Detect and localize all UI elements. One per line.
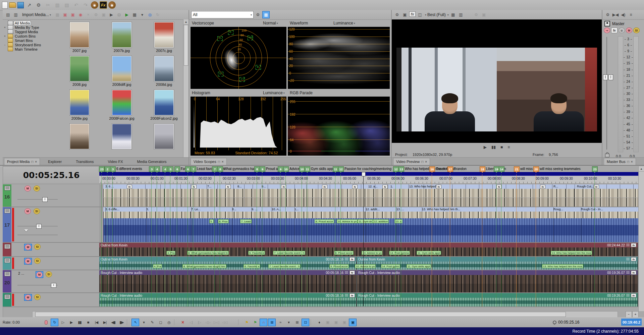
next-frame[interactable]: ▮▶ [118,319,125,326]
timeline-time-display[interactable]: 00:05:25.16 [3,166,100,184]
event-fx-icon[interactable]: fx [382,185,388,189]
track-header-1[interactable]: 16 M S! [3,184,99,207]
media-thumbnail[interactable] [70,90,89,115]
timeline-marker[interactable]: 12 [393,166,399,172]
track-header-6[interactable]: M S! [3,293,99,307]
loop-playback[interactable]: ↻ [51,319,58,326]
preview-pause[interactable]: ▮▮ [491,145,496,150]
audio-tool-1[interactable]: ▣ [324,319,331,326]
playhead-handle[interactable] [362,172,366,176]
play-from-start[interactable]: ▷ [59,319,67,326]
views-dropdown[interactable]: ▾ [139,11,146,18]
media-thumbnail[interactable] [154,124,174,149]
trim-start[interactable]: ◁| [187,319,195,326]
track-pan-slider[interactable] [17,233,58,237]
solo-button[interactable]: S! [34,208,40,214]
timeline-marker[interactable]: 23 [592,166,598,172]
solo-button[interactable]: S! [34,185,40,191]
take-tag[interactable]: 5. [209,219,214,223]
paste[interactable]: ▤ [63,1,71,9]
go-to-end[interactable]: ▶| [101,319,109,326]
preview-stop[interactable]: ■ [500,145,503,150]
media-thumbnail[interactable] [154,22,174,48]
track-header-5[interactable]: 2 ... 20 M S! [3,270,99,293]
timeline-marker[interactable]: 18 Liberty Gymn [480,166,485,172]
mute-button[interactable]: M [25,258,31,264]
tab-item[interactable]: Explorer [45,158,64,165]
sep-3[interactable] [238,319,241,325]
redo[interactable]: ↷ [82,1,90,9]
track-menu-icon[interactable] [4,186,10,190]
track-content-1[interactable]: 3. 6 ...7...8...9...12. a...1.13. Who ha… [99,184,639,207]
scopes-settings-icon[interactable]: ⚙ [255,11,261,18]
media-thumbnail[interactable] [112,56,131,81]
audio-clip[interactable]: Outine from Kevin 00:05:18.16 fx [99,257,357,270]
clip-fx-icon[interactable]: fx [631,243,636,247]
tab-item[interactable]: Media Generators [135,158,169,165]
take-tag[interactable]: 10. Advice to yo [337,219,358,223]
extract-audio-from-cd[interactable]: ▣ [69,11,76,18]
lock-icon[interactable] [605,154,609,157]
tab-video-preview[interactable]: Video Preview □ × [393,158,430,165]
search-media-bins[interactable]: ◎ [147,11,153,18]
timeline-marker[interactable]: 6 [185,166,191,172]
sep-2[interactable] [174,319,177,325]
enable-snapping[interactable]: ∩ [260,319,267,326]
take-tag[interactable]: 8. Proud accor [315,219,334,223]
event-label[interactable]: 10. A... [272,208,281,211]
event-fx-icon[interactable]: fx [127,185,132,189]
timeline-marker[interactable]: 17 Brandon [447,166,453,172]
dim-output[interactable]: ◀) [620,11,627,18]
event-label[interactable]: R... [553,185,558,188]
waveform-mode-select[interactable]: Luminance ▾ [333,20,355,26]
import-media-button[interactable]: Import Media... ▾ [20,11,53,18]
timeline-marker[interactable]: 5 [168,166,173,172]
tree-item[interactable]: Smart Bins [3,38,54,43]
event-label[interactable]: 12. a... [368,185,378,188]
take-tag[interactable]: 14. Post gymn [381,264,400,268]
hover-scrub[interactable]: ↻ [154,11,161,18]
media-thumbnail[interactable] [70,22,89,48]
mute-button[interactable]: M [24,208,31,214]
clip-fx-icon[interactable]: fx [350,271,355,275]
timeline-marker[interactable]: 9 Proud a [260,166,265,172]
media-file[interactable]: 2008diff.jpg [101,56,143,90]
close-icon[interactable]: × [35,160,37,164]
tree-expander-icon[interactable]: + [3,25,7,30]
track-content-5[interactable]: Rough Cut - Interview audio 00:05:18.16 … [99,270,639,293]
stop[interactable]: ■ [84,319,92,326]
timeline-marker[interactable]: 7 Least favorite ever [191,166,196,172]
timeline-marker[interactable]: 13 Who has helped him the mos [398,166,404,172]
take-tag[interactable]: 8. What gymnastics has taught hi [187,251,229,255]
record[interactable] [42,319,50,326]
tab-master-bus[interactable]: Master Bus □ × [604,158,636,165]
take-tag[interactable]: 8. What gymnastics has taught him [182,264,226,268]
bus-routing[interactable]: ⊸ [604,27,610,33]
event-label[interactable]: Roug... [553,208,563,211]
timeline-marker[interactable]: 3 6 different events [110,166,116,172]
open-project[interactable] [9,2,16,8]
mixer-controls[interactable]: ≡ [628,11,634,18]
preview-on-external-monitor[interactable]: ▣ [401,11,408,18]
slide-trim[interactable]: ◁◁ [221,319,228,326]
timeline-ruler[interactable]: 00:00:0000:00:3000:01:0000:01:3000:02:00… [99,176,639,184]
preview-auto[interactable]: ▦ [54,11,61,18]
record-arm-indicator[interactable] [12,208,14,241]
track-content-6[interactable]: Rough Cut - Interview audio 00:05:18.16 … [99,293,639,307]
take-tag[interactable]: 6. Prou [218,219,229,223]
loop-region-bar[interactable] [99,172,639,176]
undock-icon[interactable]: □ [218,160,220,164]
take-tag[interactable]: 7. Least favorite event - h [268,264,301,268]
master-bus-properties[interactable]: ⚙ [604,11,611,18]
take-tag[interactable]: 11. Gym skills appl [417,251,441,255]
tab-item[interactable]: Video FX [105,158,126,165]
trim-end[interactable]: |▷ [196,319,203,326]
tab-item[interactable]: Transitions [73,158,96,165]
timeline-marker[interactable]: 4 [162,166,168,172]
take-tag[interactable]: 11. Gym sk [358,219,373,223]
new-project[interactable] [2,2,8,9]
take-tag[interactable]: 11. Gym skills appl [407,264,431,268]
bus-mute[interactable]: M [626,27,632,33]
track-menu-icon[interactable] [4,294,10,299]
delete[interactable]: × [179,319,186,326]
